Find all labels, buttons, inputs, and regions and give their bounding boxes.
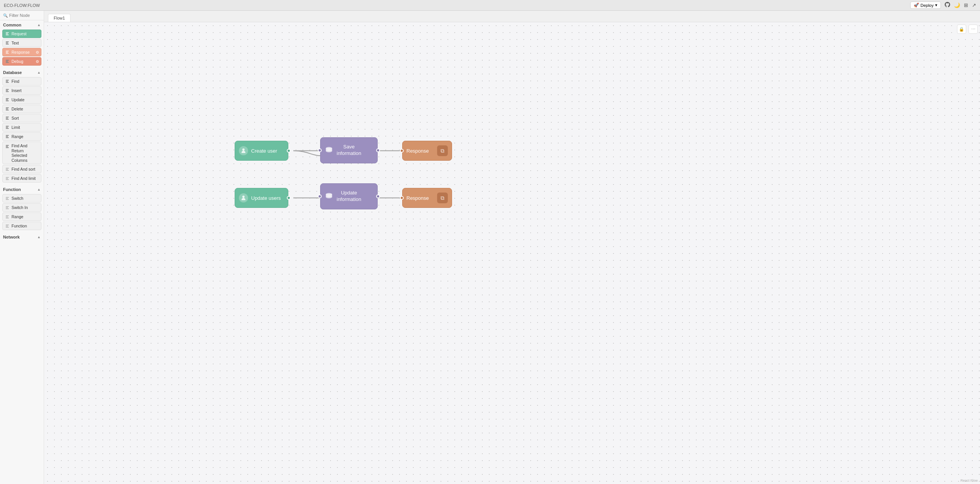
section-network[interactable]: Network ▲ [0,232,44,241]
sidebar-item-range[interactable]: Range [2,132,41,141]
handle-left [318,194,322,198]
handle-right [287,196,291,200]
create-user-node[interactable]: Create user [235,141,288,161]
node-label: Update information [337,190,361,203]
sidebar-item-debug[interactable]: Debug ⚙ [2,57,41,66]
sidebar-item-insert[interactable]: Insert [2,86,41,95]
sidebar-item-range2[interactable]: Range [2,212,41,221]
node-label: Create user [251,148,277,154]
github-icon[interactable] [945,2,950,8]
handle-left [400,149,404,153]
node-label: Save information [337,144,361,157]
sidebar-item-delete[interactable]: Delete [2,105,41,113]
db-icon [324,146,334,155]
update-info-node[interactable]: Update information [320,183,378,209]
sidebar-item-request[interactable]: Request [2,30,41,38]
topbar-actions: 🚀 Deploy ▾ 🌙 ⊞ ↗ [910,2,976,9]
rocket-icon: 🚀 [914,3,919,8]
tab-flow1[interactable]: Flow1 [48,14,71,22]
chevron-down-icon: ▾ [935,3,937,8]
sidebar-item-find[interactable]: Find [2,77,41,86]
tab-bar: Flow1 [44,11,980,22]
sidebar-item-update[interactable]: Update [2,95,41,104]
chevron-icon: ▲ [37,188,41,191]
app-title: ECO-FLOW:FLOW [4,3,40,8]
sidebar-item-limit[interactable]: Limit [2,123,41,132]
moon-icon[interactable]: 🌙 [954,2,960,8]
handle-left [400,196,404,200]
chevron-icon: ▲ [37,71,41,74]
chevron-icon: ▲ [37,23,41,27]
response-icon: ⧉ [437,145,448,156]
lock-button[interactable]: 🔒 [957,25,966,34]
search-input[interactable] [9,13,41,18]
response1-node[interactable]: Response ⧉ [402,141,452,161]
sidebar-item-function[interactable]: Function [2,222,41,230]
search-box[interactable]: 🔍 [0,11,44,20]
grid-icon[interactable]: ⊞ [964,2,968,8]
handle-right [376,148,380,152]
handle-right [287,149,291,153]
chevron-icon: ▲ [37,235,41,239]
common-items: Request Text Response ⚙ Debug ⚙ [0,29,44,68]
node-label: Response [406,195,429,201]
db-icon [324,192,334,201]
node-icon [239,146,248,155]
canvas[interactable]: Create user Save information [44,22,980,484]
sidebar-item-text[interactable]: Text [2,39,41,47]
database-items: Find Insert Update Delete Sort Limit [0,76,44,185]
sidebar-item-find-limit[interactable]: Find And limit [2,174,41,183]
save-info-node[interactable]: Save information [320,137,378,163]
sidebar-item-response[interactable]: Response ⚙ [2,48,41,56]
section-function[interactable]: Function ▲ [0,185,44,193]
sidebar-item-find-sort[interactable]: Find And sort [2,165,41,173]
section-common[interactable]: Common ▲ [0,20,44,29]
connections-svg [44,22,980,484]
canvas-controls: 🔒 ⋯ [957,25,978,34]
node-label: Response [406,148,429,154]
flow-area: Flow1 Create [44,11,980,484]
function-items: Switch Switch In Range Function [0,193,44,232]
sidebar-item-switch-in[interactable]: Switch In [2,203,41,212]
handle-left [318,148,322,152]
node-icon [239,193,248,202]
sidebar: 🔍 Common ▲ Request Text Response ⚙ [0,11,44,484]
sidebar-item-find-return[interactable]: Find And Return Selected Columns [2,142,41,164]
response2-node[interactable]: Response ⧉ [402,188,452,208]
deploy-button[interactable]: 🚀 Deploy ▾ [910,2,941,9]
search-icon: 🔍 [3,13,8,18]
section-database[interactable]: Database ▲ [0,68,44,76]
sidebar-item-sort[interactable]: Sort [2,114,41,122]
settings-button[interactable]: ⋯ [968,25,978,34]
sidebar-item-switch[interactable]: Switch [2,194,41,202]
share-icon[interactable]: ↗ [972,2,976,8]
handle-right [376,194,380,198]
main-layout: 🔍 Common ▲ Request Text Response ⚙ [0,11,980,484]
response-icon: ⧉ [437,193,448,203]
react-flow-label: React Flow [960,479,978,482]
update-users-node[interactable]: Update users [235,188,288,208]
topbar: ECO-FLOW:FLOW 🚀 Deploy ▾ 🌙 ⊞ ↗ [0,0,980,11]
node-label: Update users [251,195,281,201]
